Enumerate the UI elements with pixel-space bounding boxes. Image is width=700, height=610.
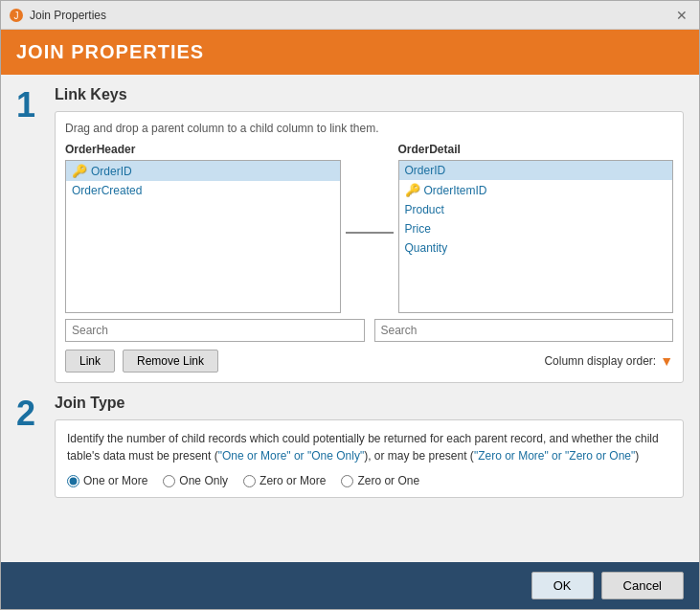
radio-zero-or-more-input[interactable] xyxy=(243,475,256,487)
radio-zero-or-one[interactable]: Zero or One xyxy=(341,474,419,487)
right-col-quantity[interactable]: Quantity xyxy=(399,238,673,258)
left-col-ordercreated-text: OrderCreated xyxy=(72,184,142,197)
right-col-quantity-text: Quantity xyxy=(405,241,448,255)
link-button[interactable]: Link xyxy=(65,350,115,373)
right-col-price[interactable]: Price xyxy=(399,219,673,238)
section1-body: Link Keys Drag and drop a parent column … xyxy=(55,86,684,383)
remove-link-button[interactable]: Remove Link xyxy=(123,350,218,373)
title-bar: J Join Properties ✕ xyxy=(1,1,699,30)
col-display-order[interactable]: Column display order: ▼ xyxy=(544,353,673,369)
join-desc-end: ) xyxy=(635,449,639,463)
link-keys-panel: Drag and drop a parent column to a child… xyxy=(55,111,684,383)
section2-title: Join Type xyxy=(55,395,684,412)
section-link-keys: 1 Link Keys Drag and drop a parent colum… xyxy=(16,86,684,383)
left-column-group: OrderHeader 🔑 OrderID OrderCreated xyxy=(65,143,341,313)
left-col-ordercreated[interactable]: OrderCreated xyxy=(66,181,340,200)
join-desc-link1: "One or More" or "One Only" xyxy=(218,449,364,463)
left-column-list[interactable]: 🔑 OrderID OrderCreated xyxy=(65,160,341,313)
content-area: 1 Link Keys Drag and drop a parent colum… xyxy=(1,75,699,562)
right-col-price-text: Price xyxy=(405,222,431,236)
right-col-orderitemid-text: OrderItemID xyxy=(424,184,487,197)
section-join-type: 2 Join Type Identify the number of child… xyxy=(16,395,684,498)
radio-zero-or-more[interactable]: Zero or More xyxy=(243,474,326,487)
search-row xyxy=(65,319,673,342)
columns-area: OrderHeader 🔑 OrderID OrderCreated xyxy=(65,143,673,313)
radio-one-only-input[interactable] xyxy=(163,475,175,487)
right-col-product-text: Product xyxy=(405,203,444,216)
svg-text:J: J xyxy=(14,11,19,21)
radio-zero-or-one-label: Zero or One xyxy=(357,474,419,487)
right-col-orderid-text: OrderID xyxy=(405,164,446,177)
section1-number: 1 xyxy=(16,88,45,123)
close-button[interactable]: ✕ xyxy=(672,6,691,25)
right-column-group: OrderDetail OrderID 🔑 OrderItemID xyxy=(398,143,674,313)
join-description: Identify the number of child records whi… xyxy=(67,430,671,464)
right-col-orderid[interactable]: OrderID xyxy=(399,161,673,180)
ok-button[interactable]: OK xyxy=(531,572,594,599)
right-table-label: OrderDetail xyxy=(398,143,674,156)
left-col-orderid[interactable]: 🔑 OrderID xyxy=(66,161,340,181)
section2-body: Join Type Identify the number of child r… xyxy=(55,395,684,498)
drag-hint: Drag and drop a parent column to a child… xyxy=(65,122,673,135)
right-column-list[interactable]: OrderID 🔑 OrderItemID Product xyxy=(398,160,674,313)
footer: OK Cancel xyxy=(1,562,699,609)
radio-one-only-label: One Only xyxy=(179,474,228,487)
right-col-orderitemid[interactable]: 🔑 OrderItemID xyxy=(399,180,673,200)
search-right-input[interactable] xyxy=(374,319,674,342)
btn-row-left: Link Remove Link xyxy=(65,350,218,373)
link-line-area xyxy=(341,143,398,296)
radio-one-or-more-label: One or More xyxy=(83,474,147,487)
join-desc-link2: "Zero or More" or "Zero or One" xyxy=(474,449,635,463)
radio-zero-or-more-label: Zero or More xyxy=(260,474,326,487)
cancel-button[interactable]: Cancel xyxy=(601,572,684,599)
right-col-product[interactable]: Product xyxy=(399,200,673,219)
btn-row: Link Remove Link Column display order: ▼ xyxy=(65,350,673,373)
header-title: JOIN PROPERTIES xyxy=(16,41,204,62)
link-line xyxy=(346,232,394,234)
col-display-order-label: Column display order: xyxy=(544,354,656,368)
radio-one-or-more[interactable]: One or More xyxy=(67,474,147,487)
section1-title: Link Keys xyxy=(55,86,684,103)
radio-row: One or More One Only Zero or More Z xyxy=(67,474,671,487)
main-window: J Join Properties ✕ JOIN PROPERTIES 1 Li… xyxy=(0,0,700,610)
radio-one-or-more-input[interactable] xyxy=(67,475,79,487)
window-title: Join Properties xyxy=(30,9,106,22)
title-bar-left: J Join Properties xyxy=(9,8,106,23)
dropdown-arrow-icon[interactable]: ▼ xyxy=(660,353,673,369)
section2-number: 2 xyxy=(16,396,45,431)
join-type-panel: Identify the number of child records whi… xyxy=(55,419,684,498)
radio-one-only[interactable]: One Only xyxy=(163,474,228,487)
left-col-orderid-text: OrderID xyxy=(91,165,132,178)
app-icon: J xyxy=(9,8,24,23)
left-table-label: OrderHeader xyxy=(65,143,341,156)
key-icon-right: 🔑 xyxy=(405,183,420,197)
radio-zero-or-one-input[interactable] xyxy=(341,475,353,487)
search-left-input[interactable] xyxy=(65,319,365,342)
join-desc-mid: ), or may be present ( xyxy=(364,449,474,463)
key-icon-left: 🔑 xyxy=(72,164,87,178)
header-banner: JOIN PROPERTIES xyxy=(1,30,699,75)
